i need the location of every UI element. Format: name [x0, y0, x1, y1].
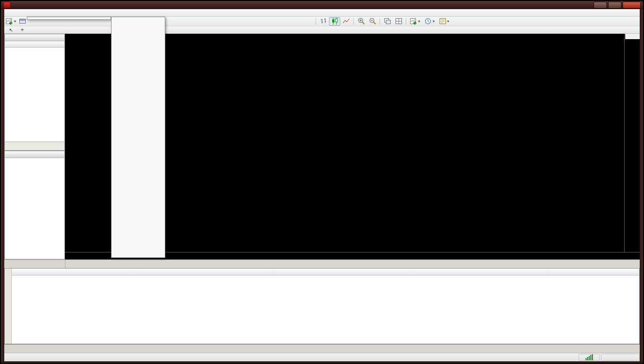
- market-watch-panel: [4, 34, 65, 151]
- tile-windows-button[interactable]: [393, 17, 404, 26]
- bottom-tab-strip: [4, 259, 640, 268]
- zoom-in-button[interactable]: [355, 17, 367, 26]
- price-scale[interactable]: [624, 34, 640, 252]
- current-price-marker: [625, 34, 640, 39]
- cursor-button[interactable]: ↖: [5, 26, 17, 33]
- app-logo-icon: [3, 2, 11, 9]
- market-watch-tabs: [5, 142, 64, 150]
- language-submenu: [111, 17, 165, 258]
- indicators-button[interactable]: ▾: [408, 17, 422, 26]
- new-chart-button[interactable]: ▾: [5, 17, 17, 26]
- navigator-tree: [5, 158, 64, 159]
- status-bar: [4, 353, 640, 361]
- chevron-down-icon: ▾: [433, 19, 435, 24]
- cascade-windows-button[interactable]: [382, 17, 393, 26]
- navigator-tabs: [4, 260, 65, 268]
- menu-bar: [4, 9, 640, 17]
- terminal-side-strip: [5, 269, 12, 344]
- toolbar-line-studies: ↖ +: [4, 26, 640, 34]
- zoom-out-button[interactable]: [367, 17, 378, 26]
- toolbar-separator: [353, 18, 354, 25]
- title-bar[interactable]: [1, 1, 643, 9]
- line-chart-button[interactable]: [340, 17, 352, 26]
- network-traffic-icon: [586, 354, 593, 360]
- maximize-button[interactable]: [608, 2, 621, 9]
- close-button[interactable]: [623, 2, 641, 9]
- toolbar-separator: [406, 18, 406, 25]
- view-menu: [27, 17, 111, 20]
- chevron-down-icon: ▾: [418, 19, 420, 24]
- chevron-down-icon: ▾: [14, 19, 16, 24]
- minimize-button[interactable]: [594, 2, 607, 9]
- terminal-panel: [4, 268, 640, 344]
- traffic-counter: [601, 354, 640, 361]
- window-frame-bottom: [1, 361, 643, 363]
- toolbar-separator: [316, 18, 316, 25]
- templates-button[interactable]: ▾: [437, 17, 451, 26]
- candlestick-chart-button[interactable]: [329, 17, 340, 26]
- navigator-header[interactable]: [5, 151, 64, 158]
- navigator-panel: [4, 151, 65, 259]
- bar-chart-button[interactable]: [318, 17, 329, 26]
- window-frame-right: [640, 9, 643, 361]
- profiles-button[interactable]: [17, 17, 28, 26]
- market-watch-header[interactable]: [5, 34, 64, 41]
- terminal-tabs: [4, 344, 640, 353]
- crosshair-button[interactable]: +: [17, 26, 28, 33]
- toolbar-separator: [379, 18, 380, 25]
- chevron-down-icon: ▾: [447, 19, 449, 24]
- periods-button[interactable]: ▾: [422, 17, 437, 26]
- market-watch-column-header[interactable]: [5, 41, 64, 48]
- application-window: ▾: [0, 0, 644, 364]
- connection-cell: [579, 354, 600, 361]
- chart-tabs: [65, 260, 68, 268]
- terminal-column-headers: [12, 269, 639, 276]
